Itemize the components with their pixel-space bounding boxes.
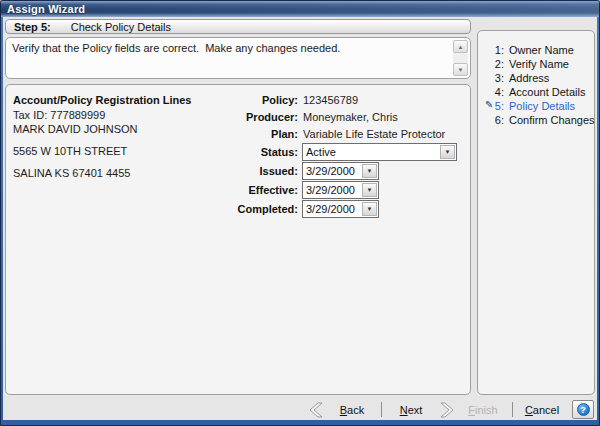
step-label: Verify Name (509, 58, 569, 70)
step-item-owner-name[interactable]: 1: Owner Name (478, 43, 594, 57)
step-number: 4: (478, 86, 504, 98)
step-label: Address (509, 72, 549, 84)
wizard-button-bar: Back Next Finish Cancel ? (3, 399, 597, 420)
instruction-text: Verify that the Policy fields are correc… (12, 42, 448, 54)
chevron-down-icon: ▼ (445, 149, 451, 155)
status-dropdown-button[interactable]: ▼ (440, 145, 455, 159)
step-label: Owner Name (509, 44, 574, 56)
chevron-down-icon: ▼ (367, 168, 373, 174)
account-owner-name: MARK DAVID JOHNSON (13, 123, 191, 135)
step-title: Check Policy Details (71, 21, 171, 33)
completed-date-combobox[interactable]: 3/29/2000 ▼ (302, 200, 379, 218)
policy-row: Policy: 123456789 (234, 91, 464, 108)
producer-value: Moneymaker, Chris (303, 111, 398, 123)
scroll-up-button[interactable]: ▲ (453, 40, 468, 53)
issued-value: 3/29/2000 (303, 165, 355, 177)
effective-label: Effective: (234, 184, 298, 196)
edit-pencil-icon: ✎ (485, 100, 493, 110)
step-item-confirm-changes[interactable]: 6: Confirm Changes (478, 113, 594, 127)
issued-dropdown-button[interactable]: ▼ (362, 164, 377, 178)
help-button[interactable]: ? (572, 400, 594, 419)
scroll-down-button[interactable]: ▼ (453, 63, 468, 76)
account-street: 5565 W 10TH STREET (13, 145, 191, 157)
assign-wizard-window: Assign Wizard Step 5: Check Policy Detai… (0, 0, 600, 426)
next-chevron-icon (439, 402, 455, 418)
step-item-address[interactable]: 3: Address (478, 71, 594, 85)
status-row: Status: Active ▼ (234, 142, 464, 161)
chevron-down-icon: ▼ (367, 206, 373, 212)
wizard-steps-panel: 1: Owner Name 2: Verify Name 3: Address … (477, 30, 595, 395)
effective-dropdown-button[interactable]: ▼ (362, 183, 377, 197)
issued-label: Issued: (234, 165, 298, 177)
completed-value: 3/29/2000 (303, 203, 355, 215)
policy-details-panel: Account/Policy Registration Lines Tax ID… (5, 84, 471, 395)
dialog-body: Step 5: Check Policy Details Verify that… (3, 17, 597, 420)
instruction-scrollbar[interactable]: ▲ ▼ (453, 40, 468, 76)
window-title: Assign Wizard (1, 3, 85, 15)
cancel-button[interactable]: Cancel (516, 400, 568, 419)
step-item-verify-name[interactable]: 2: Verify Name (478, 57, 594, 71)
producer-row: Producer: Moneymaker, Chris (234, 108, 464, 125)
completed-label: Completed: (234, 203, 298, 215)
step-label: Confirm Changes (509, 114, 595, 126)
issued-row: Issued: 3/29/2000 ▼ (234, 161, 464, 180)
effective-row: Effective: 3/29/2000 ▼ (234, 180, 464, 199)
chevron-down-icon: ▼ (367, 187, 373, 193)
effective-value: 3/29/2000 (303, 184, 355, 196)
plan-row: Plan: Variable Life Estate Protector (234, 125, 464, 142)
step-number: 3: (478, 72, 504, 84)
step-item-policy-details[interactable]: ✎ 5: Policy Details (478, 99, 594, 113)
status-label: Status: (234, 146, 298, 158)
account-registration-block: Account/Policy Registration Lines Tax ID… (13, 94, 191, 179)
instruction-panel: Verify that the Policy fields are correc… (5, 37, 471, 79)
account-heading: Account/Policy Registration Lines (13, 94, 191, 107)
help-icon: ? (577, 403, 590, 416)
completed-row: Completed: 3/29/2000 ▼ (234, 199, 464, 218)
back-button[interactable]: Back (326, 400, 378, 419)
step-number: 2: (478, 58, 504, 70)
step-number: 1: (478, 44, 504, 56)
producer-label: Producer: (234, 111, 298, 123)
policy-label: Policy: (234, 94, 298, 106)
step-label: Policy Details (509, 100, 575, 112)
finish-button[interactable]: Finish (457, 400, 509, 419)
account-city-state-zip: SALINA KS 67401 4455 (13, 167, 191, 179)
button-separator (381, 402, 382, 417)
step-number-label: Step 5: (14, 21, 51, 33)
effective-date-combobox[interactable]: 3/29/2000 ▼ (302, 181, 379, 199)
step-header: Step 5: Check Policy Details (5, 19, 471, 34)
issued-date-combobox[interactable]: 3/29/2000 ▼ (302, 162, 379, 180)
button-separator (512, 402, 513, 417)
wizard-steps-list: 1: Owner Name 2: Verify Name 3: Address … (478, 43, 594, 127)
arrow-up-icon: ▲ (458, 44, 464, 50)
completed-dropdown-button[interactable]: ▼ (362, 202, 377, 216)
status-combobox[interactable]: Active ▼ (302, 143, 457, 161)
policy-value: 123456789 (303, 94, 358, 106)
step-number: 6: (478, 114, 504, 126)
back-chevron-icon (308, 402, 324, 418)
step-item-account-details[interactable]: 4: Account Details (478, 85, 594, 99)
window-titlebar[interactable]: Assign Wizard (1, 1, 599, 17)
plan-label: Plan: (234, 128, 298, 140)
next-button[interactable]: Next (385, 400, 437, 419)
arrow-down-icon: ▼ (458, 67, 464, 73)
account-tax-id: Tax ID: 777889999 (13, 109, 191, 121)
status-value: Active (303, 146, 336, 158)
step-label: Account Details (509, 86, 585, 98)
policy-form: Policy: 123456789 Producer: Moneymaker, … (234, 91, 464, 218)
plan-value: Variable Life Estate Protector (303, 128, 445, 140)
